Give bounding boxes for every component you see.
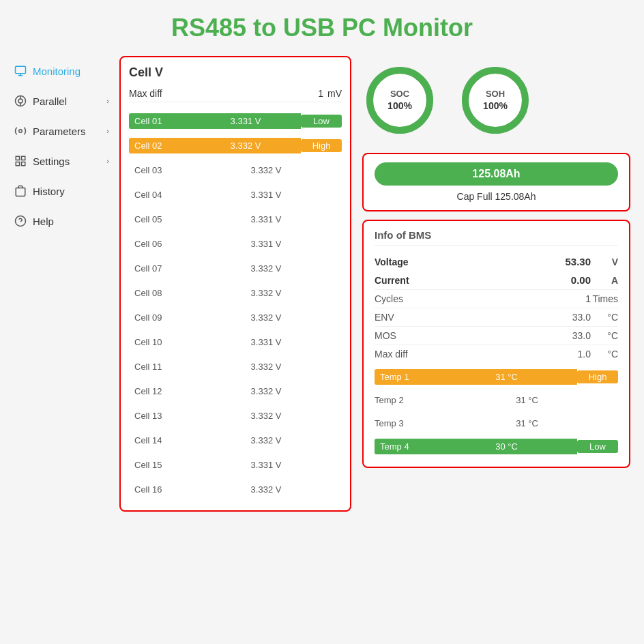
- cell-value: 3.332 V: [190, 383, 342, 399]
- cell-row: Cell 133.332 V: [129, 404, 342, 427]
- cell-row: Cell 163.332 V: [129, 478, 342, 501]
- cell-value: 3.331 V: [190, 236, 342, 252]
- sidebar-item-history[interactable]: History: [7, 176, 116, 206]
- cell-value: 3.331 V: [190, 187, 342, 203]
- svg-rect-11: [22, 162, 25, 166]
- cell-row: Cell 033.332 V: [129, 158, 342, 181]
- cell-value: 3.332 V: [190, 162, 342, 178]
- temp-name: Temp 4: [375, 439, 436, 454]
- chevron-down-icon: ›: [106, 97, 109, 105]
- sidebar-item-help[interactable]: Help: [7, 206, 116, 236]
- bms-maxdiff-row: Max diff 1.0 °C: [375, 345, 618, 363]
- history-icon: [14, 184, 27, 198]
- sidebar-item-parameters[interactable]: Parameters ›: [7, 116, 116, 146]
- cell-name: Cell 09: [129, 310, 190, 325]
- chevron-down-icon-2: ›: [106, 127, 109, 135]
- maxdiff-value: 1: [318, 88, 323, 99]
- cell-value: 3.331 V: [190, 211, 342, 227]
- cell-name: Cell 01: [129, 113, 190, 129]
- cell-name: Cell 12: [129, 383, 190, 399]
- cell-value: 3.331 V: [190, 113, 301, 129]
- sidebar-item-settings[interactable]: Settings ›: [7, 146, 116, 176]
- right-panel: SOC 100% SOH 100% 125.08Ah Cap: [362, 56, 630, 512]
- cell-name: Cell 15: [129, 457, 190, 473]
- svg-rect-8: [16, 156, 19, 160]
- cell-rows-container: Cell 013.331 VLowCell 023.332 VHighCell …: [129, 109, 342, 501]
- cell-name: Cell 13: [129, 408, 190, 424]
- sidebar-item-parallel[interactable]: Parallel ›: [7, 86, 116, 116]
- cell-name: Cell 03: [129, 162, 190, 178]
- cell-name: Cell 14: [129, 433, 190, 448]
- cell-name: Cell 11: [129, 359, 190, 375]
- cell-name: Cell 04: [129, 187, 190, 203]
- capacity-bar: 125.08Ah: [375, 162, 618, 186]
- bms-panel: Info of BMS Voltage 53.30 V Current 0.00…: [362, 220, 630, 468]
- svg-rect-0: [16, 66, 26, 74]
- cell-row: Cell 083.332 V: [129, 281, 342, 304]
- cell-name: Cell 08: [129, 285, 190, 301]
- mos-label: MOS: [375, 330, 443, 341]
- maxdiff-unit: mV: [327, 88, 342, 99]
- temp-row: Temp 231 °C: [375, 389, 618, 411]
- cell-panel-title: Cell V: [129, 65, 342, 80]
- sidebar-item-monitoring[interactable]: Monitoring: [7, 56, 116, 86]
- soc-circle: SOC 100%: [362, 63, 437, 138]
- cell-status: Low: [301, 115, 342, 128]
- cell-panel: Cell V Max diff 1 mV Cell 013.331 VLowCe…: [119, 56, 351, 512]
- cell-value: 3.332 V: [190, 310, 342, 325]
- svg-text:SOH: SOH: [486, 89, 505, 99]
- bms-cycles-row: Cycles 1 Times: [375, 289, 618, 308]
- content-area: Cell V Max diff 1 mV Cell 013.331 VLowCe…: [116, 49, 637, 518]
- cell-maxdiff-row: Max diff 1 mV: [129, 85, 342, 102]
- sidebar: Monitoring Parallel › Parameters ›: [7, 49, 116, 518]
- mos-value: 33.0: [572, 330, 591, 341]
- help-icon: [14, 214, 27, 228]
- sidebar-label-parallel: Parallel: [33, 96, 67, 107]
- svg-point-7: [19, 130, 23, 133]
- monitor-icon: [14, 64, 27, 78]
- svg-rect-9: [22, 156, 25, 160]
- cell-value: 3.332 V: [190, 261, 342, 276]
- cell-value: 3.332 V: [190, 433, 342, 448]
- cell-name: Cell 02: [129, 138, 190, 153]
- bms-env-row: ENV 33.0 °C: [375, 308, 618, 326]
- bms-maxdiff-unit: °C: [591, 349, 618, 360]
- temp-status: Low: [577, 440, 618, 453]
- page-title: RS485 to USB PC Monitor: [0, 0, 644, 49]
- env-value: 33.0: [572, 312, 591, 323]
- cell-row: Cell 143.332 V: [129, 428, 342, 452]
- params-icon: [14, 124, 27, 138]
- cell-row: Cell 073.332 V: [129, 257, 342, 280]
- cycles-label: Cycles: [375, 293, 443, 304]
- cell-name: Cell 10: [129, 334, 190, 350]
- svg-point-4: [18, 99, 23, 103]
- bms-voltage-row: Voltage 53.30 V: [375, 252, 618, 271]
- bms-title: Info of BMS: [375, 229, 618, 246]
- cell-value: 3.332 V: [190, 408, 342, 424]
- temp-name: Temp 3: [375, 418, 436, 428]
- cell-row: Cell 123.332 V: [129, 379, 342, 402]
- env-label: ENV: [375, 312, 443, 323]
- voltage-label: Voltage: [375, 257, 443, 267]
- bms-mos-row: MOS 33.0 °C: [375, 326, 618, 345]
- mos-unit: °C: [591, 330, 618, 341]
- settings-icon: [14, 154, 27, 168]
- cell-row: Cell 053.331 V: [129, 207, 342, 231]
- cell-name: Cell 07: [129, 261, 190, 276]
- cell-value: 3.332 V: [190, 138, 301, 153]
- sidebar-label-settings: Settings: [33, 156, 70, 167]
- cell-row: Cell 013.331 VLow: [129, 109, 342, 132]
- svg-rect-10: [16, 162, 19, 166]
- temp-section: Temp 131 °CHighTemp 231 °CTemp 331 °CTem…: [375, 366, 618, 457]
- bms-maxdiff-value: 1.0: [578, 349, 591, 360]
- cap-full-label: Cap Full 125.08Ah: [375, 191, 618, 202]
- cell-row: Cell 103.331 V: [129, 330, 342, 353]
- bms-current-row: Current 0.00 A: [375, 271, 618, 289]
- sidebar-label-parameters: Parameters: [33, 126, 86, 137]
- cell-name: Cell 05: [129, 211, 190, 227]
- sidebar-label-history: History: [33, 186, 65, 197]
- temp-status: High: [577, 370, 618, 383]
- cycles-value: 1: [585, 293, 591, 304]
- cell-row: Cell 113.332 V: [129, 355, 342, 378]
- cell-row: Cell 023.332 VHigh: [129, 134, 342, 157]
